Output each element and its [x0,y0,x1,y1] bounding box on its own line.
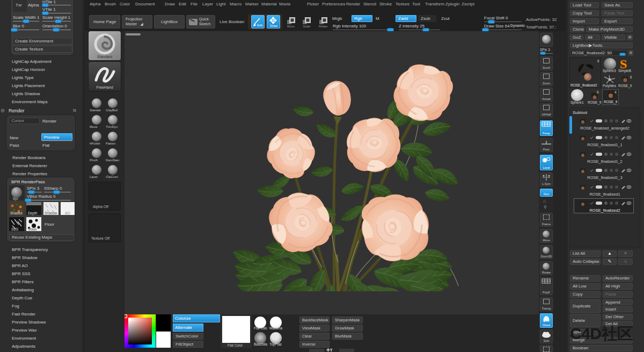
svg-text:FreeHand: FreeHand [96,85,113,89]
svg-text:Edit: Edit [257,24,263,27]
svg-text:Standard: Standard [97,55,113,59]
svg-text:Draw: Draw [270,24,278,27]
svg-text:Rotate: Rotate [319,25,327,28]
svg-text:Move: Move [287,25,294,28]
svg-text:Scale: Scale [303,25,311,28]
